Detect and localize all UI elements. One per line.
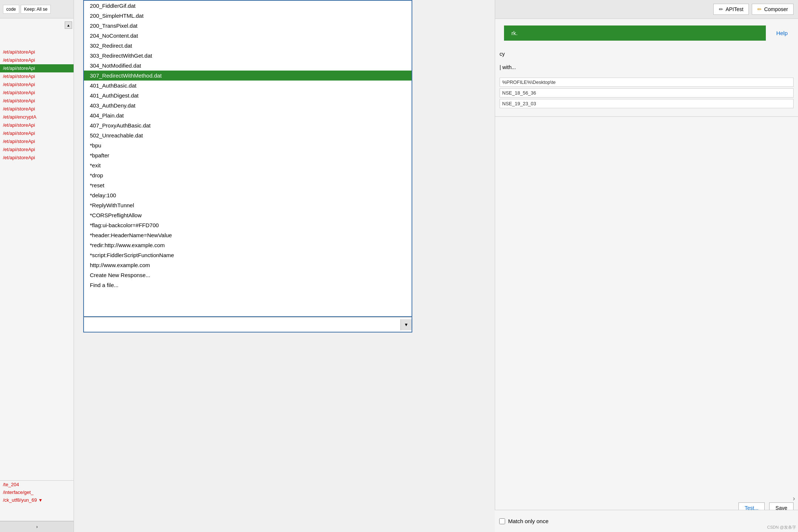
apitest-button[interactable]: ✏ APITest	[713, 4, 749, 15]
watermark: CSDN @发条字	[767, 525, 796, 530]
list-item[interactable]: /et/api/storeApi	[0, 64, 74, 72]
right-section-label: cy	[495, 47, 798, 61]
dropdown-item[interactable]: 404_Plain.dat	[84, 110, 412, 120]
match-once-checkbox[interactable]	[499, 518, 505, 524]
dropdown-item[interactable]: 401_AuthBasic.dat	[84, 81, 412, 91]
dropdown-arrow-button[interactable]: ▼	[400, 319, 412, 330]
right-panel: ✏ APITest ✏ Composer rk. Help cy | with.…	[495, 0, 798, 532]
path-item: NSE_19_23_03	[500, 99, 794, 108]
path-item: %PROFILE%\Desktop\te	[500, 78, 794, 87]
dropdown-item[interactable]: 303_RedirectWithGet.dat	[84, 51, 412, 61]
tab-code[interactable]: code	[3, 5, 19, 14]
scroll-down-indicator: ▼	[38, 498, 43, 503]
dropdown-list: 200_FiddlerGif.dat 200_SimpleHTML.dat 20…	[84, 1, 412, 316]
dropdown-item[interactable]: *redir:http://www.example.com	[84, 240, 412, 250]
list-item[interactable]: /interface/get_	[0, 488, 74, 496]
list-item[interactable]: /et/api/storeApi	[0, 129, 74, 137]
left-panel: code Keep: All se ▲ /et/api/storeApi /et…	[0, 0, 74, 532]
dropdown-item[interactable]: *bpu	[84, 140, 412, 150]
dropdown-item[interactable]: 407_ProxyAuthBasic.dat	[84, 120, 412, 130]
url-list: /et/api/storeApi /et/api/storeApi /et/ap…	[0, 48, 74, 162]
right-top-buttons: ✏ APITest ✏ Composer	[495, 0, 798, 19]
right-section-with: | with...	[495, 61, 798, 74]
dropdown-item[interactable]: *flag:ui-backcolor=#FFD700	[84, 220, 412, 230]
dropdown-item[interactable]: 403_AuthDeny.dat	[84, 100, 412, 110]
dropdown-item[interactable]: *ReplyWithTunnel	[84, 200, 412, 210]
dropdown-item[interactable]: 302_Redirect.dat	[84, 41, 412, 51]
dropdown-item[interactable]: *reset	[84, 180, 412, 190]
dropdown-search-input[interactable]	[84, 319, 400, 330]
dropdown-item[interactable]: *exit	[84, 160, 412, 170]
list-item[interactable]: /et/api/storeApi	[0, 89, 74, 97]
dropdown-item[interactable]: 502_Unreachable.dat	[84, 130, 412, 140]
list-item[interactable]: /et/api/storeApi	[0, 121, 74, 129]
left-bottom-section: /te_204 /interface/get_ /ck_utf8/yun_69 …	[0, 480, 74, 532]
dropdown-item[interactable]: http://www.example.com	[84, 260, 412, 270]
divider	[495, 116, 798, 117]
scroll-right-button[interactable]: ›	[0, 521, 74, 532]
list-item[interactable]: /et/api/storeApi	[0, 97, 74, 105]
help-button[interactable]: Help	[770, 27, 794, 39]
pencil-icon: ✏	[719, 6, 723, 12]
scroll-up-button[interactable]: ▲	[65, 21, 72, 29]
list-item[interactable]: /et/api/storeApi	[0, 81, 74, 89]
composer-button[interactable]: ✏ Composer	[752, 4, 794, 15]
dropdown-item[interactable]: *delay:100	[84, 190, 412, 200]
list-item[interactable]: /et/api/encryptA	[0, 113, 74, 121]
list-item[interactable]: /ck_utf8/yun_69 ▼	[0, 496, 74, 504]
list-item[interactable]: /et/api/storeApi	[0, 105, 74, 113]
dropdown-item[interactable]: 200_SimpleHTML.dat	[84, 11, 412, 21]
list-item[interactable]: /et/api/storeApi	[0, 48, 74, 56]
dropdown-item[interactable]: *drop	[84, 170, 412, 180]
list-item[interactable]: /te_204	[0, 481, 74, 488]
dropdown-item[interactable]: 200_TransPixel.dat	[84, 21, 412, 31]
dropdown-item-selected[interactable]: 307_RedirectWithMethod.dat	[84, 71, 412, 81]
right-section-paths: %PROFILE%\Desktop\te NSE_18_56_36 NSE_19…	[495, 74, 798, 113]
path-item: NSE_18_56_36	[500, 88, 794, 98]
match-once-label: Match only once	[508, 518, 548, 524]
match-once-row: Match only once	[495, 510, 798, 532]
left-panel-header: code Keep: All se	[0, 0, 74, 18]
header-tabs: code Keep: All se	[3, 5, 51, 14]
dropdown-input-bar: ▼	[83, 317, 412, 332]
list-item[interactable]: /et/api/storeApi	[0, 154, 74, 162]
dropdown-item[interactable]: *CORSPreflightAllow	[84, 210, 412, 220]
main-dropdown: 200_FiddlerGif.dat 200_SimpleHTML.dat 20…	[83, 0, 412, 317]
list-item[interactable]: /et/api/storeApi	[0, 146, 74, 154]
edit-icon: ✏	[757, 6, 762, 12]
dropdown-item[interactable]: 204_NoContent.dat	[84, 31, 412, 41]
with-label: | with...	[500, 64, 794, 70]
tab-keep[interactable]: Keep: All se	[21, 5, 51, 14]
dropdown-item[interactable]: *script:FiddlerScriptFunctionName	[84, 250, 412, 260]
list-item[interactable]: /et/api/storeApi	[0, 56, 74, 64]
dropdown-item-find[interactable]: Find a file...	[84, 280, 412, 290]
dropdown-item-create[interactable]: Create New Response...	[84, 270, 412, 280]
green-bar: rk.	[504, 25, 766, 41]
right-label-cy: cy	[500, 51, 794, 57]
dropdown-item[interactable]: 401_AuthDigest.dat	[84, 91, 412, 100]
list-item[interactable]: /et/api/storeApi	[0, 137, 74, 146]
dropdown-item[interactable]: 200_FiddlerGif.dat	[84, 1, 412, 11]
dropdown-item[interactable]: *header:HeaderName=NewValue	[84, 230, 412, 240]
list-item[interactable]: /et/api/storeApi	[0, 72, 74, 81]
dropdown-item[interactable]: *bpafter	[84, 150, 412, 160]
dropdown-item[interactable]: 304_NotModified.dat	[84, 61, 412, 71]
